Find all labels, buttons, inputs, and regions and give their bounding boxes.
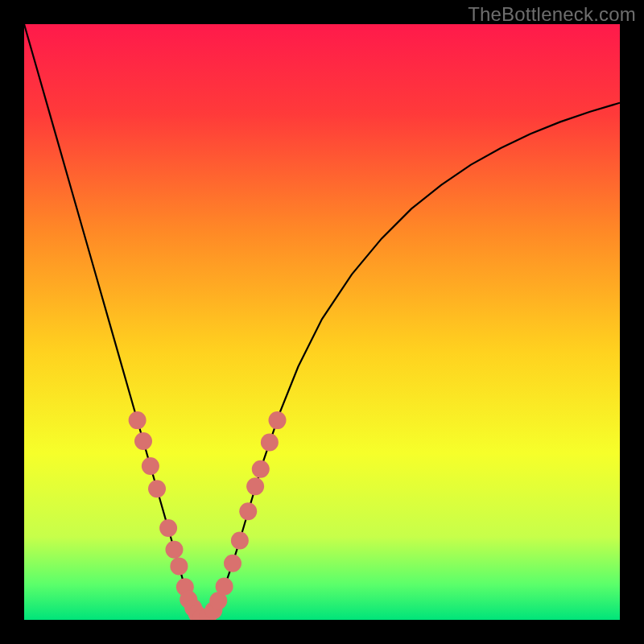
marker-point	[148, 480, 166, 497]
marker-point	[252, 460, 270, 478]
marker-point	[134, 432, 152, 450]
marker-point	[224, 555, 242, 572]
marker-point	[269, 411, 287, 429]
marker-point	[239, 502, 257, 520]
marker-point	[216, 578, 233, 596]
marker-point	[231, 532, 249, 550]
chart-frame	[24, 24, 620, 620]
marker-point	[142, 457, 159, 475]
watermark-text: TheBottleneck.com	[468, 3, 636, 26]
marker-point	[159, 519, 177, 537]
marker-point	[129, 411, 147, 429]
chart-svg	[24, 24, 620, 620]
chart-background	[24, 24, 620, 620]
marker-point	[165, 541, 183, 559]
marker-point	[170, 557, 188, 575]
marker-point	[246, 477, 264, 495]
marker-point	[261, 433, 279, 451]
